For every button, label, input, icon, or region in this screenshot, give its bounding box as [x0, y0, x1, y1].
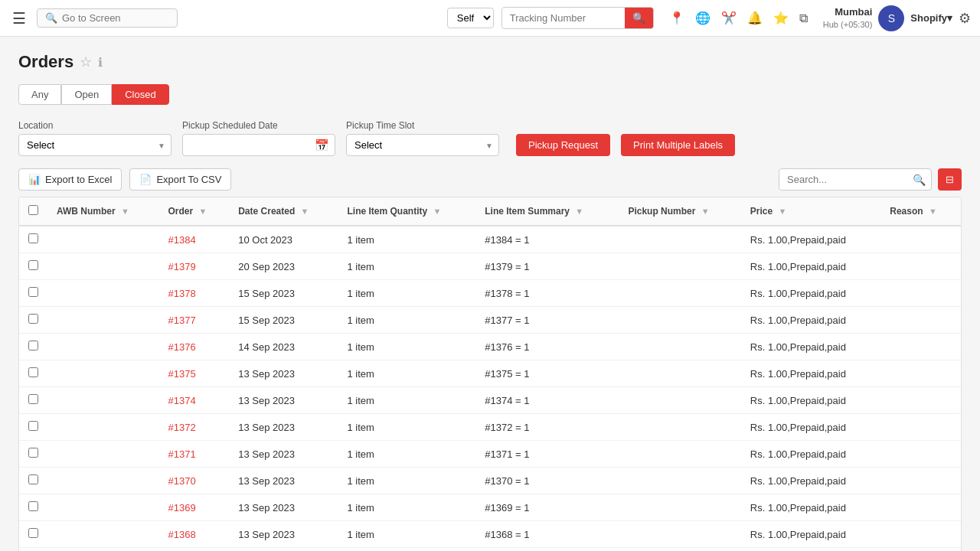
row-reason — [880, 468, 961, 494]
pickup-timeslot-select-wrap: Select — [346, 134, 499, 156]
row-date: 14 Sep 2023 — [229, 334, 338, 360]
qty-sort-icon[interactable]: ▼ — [433, 207, 442, 216]
row-checkbox-cell — [19, 548, 47, 552]
row-checkbox-6[interactable] — [28, 394, 38, 404]
row-date: 13 Sep 2023 — [229, 387, 338, 414]
row-qty: 1 item — [338, 494, 475, 521]
row-price: Rs. 1.00,Prepaid,paid — [741, 494, 880, 521]
row-order[interactable]: #1378 — [159, 280, 230, 307]
pickup-request-button[interactable]: Pickup Request — [516, 134, 610, 156]
tracking-number-box: 🔍 — [501, 7, 654, 29]
row-reason — [880, 548, 961, 552]
external-link-icon[interactable]: ⧉ — [799, 11, 808, 25]
select-all-checkbox[interactable] — [28, 205, 38, 215]
row-summary: #1377 = 1 — [475, 307, 619, 334]
row-checkbox-cell — [19, 226, 47, 253]
row-checkbox-cell — [19, 494, 47, 521]
row-order[interactable]: #1376 — [159, 334, 230, 360]
summary-sort-icon[interactable]: ▼ — [575, 207, 583, 216]
row-order[interactable]: #1372 — [159, 414, 230, 441]
tracking-number-input[interactable] — [502, 8, 625, 28]
bell-icon[interactable]: 🔔 — [747, 11, 763, 25]
settings-icon[interactable]: ⚙ — [959, 10, 971, 27]
row-checkbox-9[interactable] — [28, 474, 38, 484]
export-excel-button[interactable]: 📊 Export to Excel — [18, 168, 122, 191]
export-csv-button[interactable]: 📄 Export To CSV — [129, 168, 231, 191]
top-navbar: ☰ 🔍 Self 🔍 📍 🌐 ✂️ 🔔 ⭐ ⧉ Mumbai Hub (+05:… — [0, 0, 980, 37]
row-order[interactable]: #1374 — [159, 387, 230, 414]
tab-open[interactable]: Open — [61, 84, 112, 105]
row-checkbox-2[interactable] — [28, 287, 38, 297]
row-checkbox-cell — [19, 414, 47, 441]
row-order[interactable]: #1367 — [159, 548, 230, 552]
pickup-sort-icon[interactable]: ▼ — [701, 207, 710, 216]
tracking-search-button[interactable]: 🔍 — [625, 8, 653, 28]
row-summary: #1368 = 1 — [475, 521, 619, 548]
row-awb — [47, 334, 159, 360]
row-order[interactable]: #1377 — [159, 307, 230, 334]
row-checkbox-1[interactable] — [28, 260, 38, 270]
table-search-input[interactable] — [779, 168, 932, 191]
row-pickup — [619, 307, 740, 334]
row-order[interactable]: #1370 — [159, 468, 230, 494]
row-order[interactable]: #1368 — [159, 521, 230, 548]
row-awb — [47, 414, 159, 441]
row-checkbox-7[interactable] — [28, 421, 38, 431]
col-summary: Line Item Summary ▼ — [475, 197, 619, 226]
orders-table: AWB Number ▼ Order ▼ Date Created ▼ Line… — [19, 197, 961, 551]
row-checkbox-10[interactable] — [28, 501, 38, 511]
row-qty: 1 item — [338, 280, 475, 307]
goto-screen-search[interactable]: 🔍 — [37, 8, 178, 28]
row-reason — [880, 387, 961, 414]
print-multiple-labels-button[interactable]: Print Multiple Labels — [621, 134, 735, 156]
filters-row: Location Select Pickup Scheduled Date 10… — [18, 120, 962, 156]
table-row: #1368 13 Sep 2023 1 item #1368 = 1 Rs. 1… — [19, 521, 961, 548]
row-reason — [880, 521, 961, 548]
awb-sort-icon[interactable]: ▼ — [121, 207, 129, 216]
location-select[interactable]: Select — [18, 134, 172, 156]
tab-any[interactable]: Any — [18, 84, 61, 105]
row-summary: #1369 = 1 — [475, 494, 619, 521]
order-sort-icon[interactable]: ▼ — [199, 207, 207, 216]
user-shopify-name[interactable]: Shopify▾ — [910, 12, 952, 24]
info-icon[interactable]: ℹ — [98, 55, 103, 70]
row-checkbox-5[interactable] — [28, 367, 38, 377]
row-checkbox-8[interactable] — [28, 448, 38, 458]
table-row: #1375 13 Sep 2023 1 item #1375 = 1 Rs. 1… — [19, 360, 961, 387]
calendar-icon[interactable]: 📅 — [315, 139, 329, 152]
location-icon[interactable]: 📍 — [669, 11, 684, 25]
row-order[interactable]: #1369 — [159, 494, 230, 521]
row-checkbox-11[interactable] — [28, 528, 38, 538]
row-pickup — [619, 494, 740, 521]
row-checkbox-cell — [19, 253, 47, 280]
row-price: Rs. 1.00,Prepaid,paid — [741, 521, 880, 548]
pickup-date-input[interactable]: 10/12/2023 — [182, 134, 335, 156]
scissors-icon[interactable]: ✂️ — [721, 11, 737, 25]
row-order[interactable]: #1384 — [159, 226, 230, 253]
row-order[interactable]: #1379 — [159, 253, 230, 280]
self-select[interactable]: Self — [447, 8, 494, 28]
row-checkbox-0[interactable] — [28, 233, 38, 243]
date-sort-icon[interactable]: ▼ — [301, 207, 309, 216]
page-title: Orders — [18, 52, 74, 72]
star-nav-icon[interactable]: ⭐ — [773, 11, 789, 25]
globe-icon[interactable]: 🌐 — [695, 11, 710, 25]
row-order[interactable]: #1375 — [159, 360, 230, 387]
menu-icon[interactable]: ☰ — [9, 6, 29, 31]
row-order[interactable]: #1371 — [159, 441, 230, 468]
row-date: 13 Sep 2023 — [229, 548, 338, 552]
row-checkbox-4[interactable] — [28, 341, 38, 350]
price-sort-icon[interactable]: ▼ — [779, 207, 787, 216]
goto-screen-input[interactable] — [62, 12, 169, 24]
row-checkbox-3[interactable] — [28, 314, 38, 324]
table-filter-button[interactable]: ⊟ — [938, 168, 962, 191]
pickup-timeslot-select[interactable]: Select — [346, 134, 499, 156]
search-icon: 🔍 — [45, 12, 57, 24]
row-price: Rs. 1.00,Prepaid,paid — [741, 253, 880, 280]
row-summary: #1376 = 1 — [475, 334, 619, 360]
tab-closed[interactable]: Closed — [112, 84, 168, 105]
favorite-star-icon[interactable]: ☆ — [80, 54, 92, 70]
row-pickup — [619, 387, 740, 414]
reason-sort-icon[interactable]: ▼ — [929, 207, 937, 216]
main-content: Orders ☆ ℹ Any Open Closed Location Sele… — [0, 37, 980, 551]
